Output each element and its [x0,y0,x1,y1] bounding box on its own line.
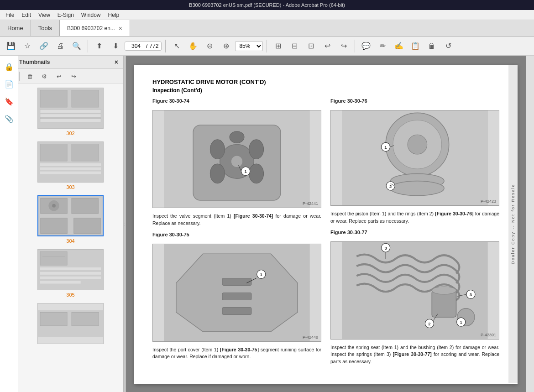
figure-30-30-75-title: Figure 30-30-75 [152,232,321,237]
svg-rect-28 [72,312,99,326]
svg-text:1: 1 [384,145,387,150]
page-number-input[interactable] [128,43,144,49]
thumbnail-306[interactable] [22,303,119,344]
lock-icon[interactable]: 🔒 [2,59,16,74]
menu-file[interactable]: File [2,11,18,19]
sidebar-redo-button[interactable]: ↪ [67,71,80,82]
figure-30-30-74: 1 P-42441 [152,110,321,208]
sidebar-icons: 🔒 📄 🔖 📎 [0,56,18,392]
thumb-label-302: 302 [66,131,74,136]
toolbar-separator-2 [165,40,166,52]
sidebar-close-button[interactable]: × [115,58,118,66]
svg-rect-1 [40,90,67,107]
fig1-description: Inspect the valve segment (Item 1) [Figu… [152,213,321,227]
stamp-button[interactable]: 📋 [408,39,423,53]
figure-76-label: P-42423 [481,199,496,204]
svg-point-33 [210,140,225,159]
pdf-left-col: Figure 30-30-74 [152,98,321,366]
delete-button[interactable]: 🗑 [424,39,439,53]
svg-rect-18 [41,218,67,234]
thumbnail-305[interactable]: 305 [22,249,119,298]
undo-button[interactable]: ↩ [320,39,335,53]
bookmark-button[interactable]: ☆ [20,39,35,53]
share-button[interactable]: 🔗 [37,39,51,53]
cursor-tool-button[interactable]: ↖ [169,39,184,53]
pdf-right-col: Figure 30-30-76 [330,98,499,366]
pdf-main-title: HYDROSTATIC DRIVE MOTOR (CONT'D) [152,78,499,85]
zoom-out-button[interactable]: ⊖ [202,39,217,53]
menu-esign[interactable]: E-Sign [54,11,78,19]
title-bar: B300 6903702 enUS sm.pdf (SECURED) - Ado… [0,0,534,10]
sidebar-delete-button[interactable]: 🗑 [23,71,36,82]
tab-tools[interactable]: Tools [31,20,60,36]
menu-window[interactable]: Window [78,11,105,19]
figure-77-svg: 1 2 3 3 [331,242,499,339]
thumb-img-303 [37,141,104,183]
svg-text:2: 2 [389,184,392,189]
restore-button[interactable]: ↺ [441,39,455,53]
menu-edit[interactable]: Edit [18,11,35,19]
redo-button[interactable]: ↪ [336,39,351,53]
fig4-description: Inspect the spring seat (Item 1) and the… [330,344,499,366]
svg-text:2: 2 [428,321,430,326]
thumbnail-304[interactable]: 304 [22,195,119,244]
svg-rect-45 [222,307,251,314]
svg-point-37 [230,131,244,143]
highlight-button[interactable]: ✍ [392,39,406,53]
svg-rect-44 [222,293,251,300]
thumbnail-303[interactable]: 303 [22,141,119,190]
svg-text:3: 3 [470,292,472,297]
toolbar-separator-1 [88,40,88,52]
find-button[interactable]: 🔍 [69,39,84,53]
svg-text:1: 1 [460,319,463,324]
attachments-icon[interactable]: 📎 [2,111,16,126]
thumb-img-304 [37,195,104,236]
tool1-button[interactable]: ⊞ [271,39,285,53]
svg-point-34 [249,140,264,159]
title-bar-text: B300 6903702 enUS sm.pdf (SECURED) - Ado… [4,2,530,8]
tab-close-button[interactable]: × [119,25,122,32]
svg-rect-8 [72,144,99,161]
figure-77-label: P-42391 [481,333,496,337]
thumb-label-305: 305 [66,292,74,298]
pdf-area[interactable]: HYDROSTATIC DRIVE MOTOR (CONT'D) Inspect… [126,56,526,392]
svg-rect-16 [72,198,98,214]
print-button[interactable]: 🖨 [53,39,68,53]
tab-bar: Home Tools B300 6903702 en... × [0,20,534,37]
svg-point-32 [231,156,243,167]
hand-tool-button[interactable]: ✋ [186,39,200,53]
prev-page-button[interactable]: ⬆ [92,39,106,53]
svg-rect-4 [40,114,101,118]
svg-rect-11 [40,172,101,174]
tool2-button[interactable]: ⊟ [287,39,302,53]
pdf-sub-title: Inspection (Cont'd) [152,87,499,94]
svg-rect-22 [40,267,101,270]
thumb-img-306 [37,303,104,344]
menu-view[interactable]: View [35,11,54,19]
comment-button[interactable]: 💬 [359,39,373,53]
svg-rect-5 [40,119,101,122]
next-page-button[interactable]: ⬇ [108,39,123,53]
sidebar-tools: ☰ 🗑 ⚙ ↩ ↪ [0,69,123,84]
save-button[interactable]: 💾 [4,39,18,53]
pdf-page: HYDROSTATIC DRIVE MOTOR (CONT'D) Inspect… [134,65,518,384]
thumbnail-302[interactable]: 302 [22,88,119,136]
svg-rect-25 [40,281,81,284]
tool3-button[interactable]: ⊡ [304,39,318,53]
sidebar-settings-button[interactable]: ⚙ [38,71,51,82]
svg-rect-20 [40,252,67,266]
layers-icon[interactable]: 🔖 [2,94,16,109]
svg-point-52 [408,135,427,154]
pages-icon[interactable]: 📄 [2,77,16,91]
figure-74-svg: 1 [153,110,321,208]
draw-button[interactable]: ✏ [375,39,390,53]
svg-rect-43 [222,278,251,285]
sidebar-undo-button[interactable]: ↩ [52,71,65,82]
zoom-in-button[interactable]: ⊕ [219,39,233,53]
zoom-select[interactable]: 85% 100% 125% 150% 75% 50% [235,41,263,51]
svg-rect-17 [74,218,100,234]
menu-help[interactable]: Help [105,11,123,19]
tab-home[interactable]: Home [0,20,31,36]
right-scrollbar[interactable] [526,56,534,392]
tab-document[interactable]: B300 6903702 en... × [60,20,130,36]
